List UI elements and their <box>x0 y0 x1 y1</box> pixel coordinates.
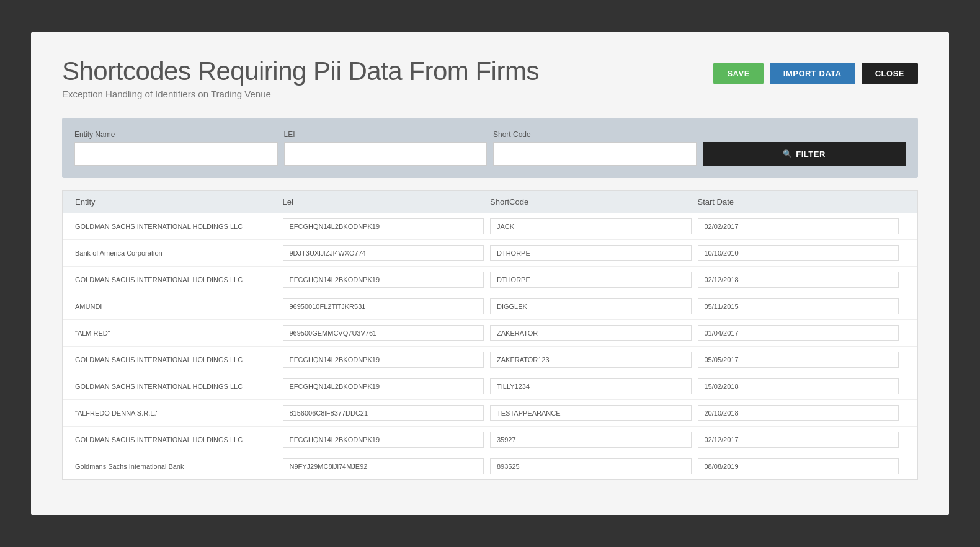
modal-container: Shortcodes Requiring Pii Data From Firms… <box>31 32 949 515</box>
lei-value-input[interactable] <box>283 272 484 288</box>
entity-name-label: Entity Name <box>74 130 278 139</box>
cell-startdate <box>698 245 906 261</box>
lei-value-input[interactable] <box>283 405 484 421</box>
cell-shortcode <box>490 218 698 234</box>
short-code-label: Short Code <box>493 130 697 139</box>
col-entity: Entity <box>75 197 283 207</box>
cell-shortcode <box>490 325 698 341</box>
startdate-value-input[interactable] <box>698 218 899 234</box>
startdate-value-input[interactable] <box>698 272 899 288</box>
cell-lei <box>283 458 491 474</box>
cell-lei <box>283 272 491 288</box>
cell-shortcode <box>490 432 698 448</box>
cell-lei <box>283 218 491 234</box>
cell-shortcode <box>490 352 698 368</box>
filter-button-label: FILTER <box>796 149 826 159</box>
cell-startdate <box>698 352 906 368</box>
startdate-value-input[interactable] <box>698 432 899 448</box>
close-button[interactable]: CLOSE <box>862 63 918 84</box>
shortcode-value-input[interactable] <box>490 272 692 288</box>
cell-startdate <box>698 405 906 421</box>
shortcode-value-input[interactable] <box>490 352 692 368</box>
col-startdate: Start Date <box>698 197 906 207</box>
cell-entity: GOLDMAN SACHS INTERNATIONAL HOLDINGS LLC <box>75 356 283 363</box>
startdate-value-input[interactable] <box>698 458 899 474</box>
cell-lei <box>283 378 491 394</box>
cell-startdate <box>698 432 906 448</box>
cell-startdate <box>698 378 906 394</box>
col-shortcode: ShortCode <box>490 197 698 207</box>
cell-lei <box>283 352 491 368</box>
startdate-value-input[interactable] <box>698 245 899 261</box>
lei-value-input[interactable] <box>283 458 484 474</box>
short-code-input[interactable] <box>493 142 697 166</box>
short-code-field: Short Code <box>493 130 697 166</box>
table-row: "ALM RED" <box>63 320 917 347</box>
lei-value-input[interactable] <box>283 432 484 448</box>
lei-input[interactable] <box>284 142 488 166</box>
table-row: GOLDMAN SACHS INTERNATIONAL HOLDINGS LLC <box>63 427 917 453</box>
cell-shortcode <box>490 272 698 288</box>
header: Shortcodes Requiring Pii Data From Firms… <box>62 56 918 99</box>
cell-entity: Goldmans Sachs International Bank <box>75 463 283 470</box>
shortcode-value-input[interactable] <box>490 405 692 421</box>
table-row: GOLDMAN SACHS INTERNATIONAL HOLDINGS LLC <box>63 347 917 373</box>
lei-value-input[interactable] <box>283 298 484 314</box>
import-data-button[interactable]: IMPORT DATA <box>770 63 855 84</box>
startdate-value-input[interactable] <box>698 325 899 341</box>
entity-name-field: Entity Name <box>74 130 278 166</box>
shortcode-value-input[interactable] <box>490 245 692 261</box>
table-container: Entity Lei ShortCode Start Date GOLDMAN … <box>62 190 918 480</box>
table-row: "ALFREDO DENNA S.R.L." <box>63 400 917 427</box>
lei-value-input[interactable] <box>283 325 484 341</box>
startdate-value-input[interactable] <box>698 352 899 368</box>
search-icon: 🔍 <box>783 149 793 158</box>
cell-startdate <box>698 272 906 288</box>
header-buttons: SAVE IMPORT DATA CLOSE <box>713 63 918 84</box>
startdate-value-input[interactable] <box>698 405 899 421</box>
filter-button[interactable]: 🔍 FILTER <box>703 142 906 166</box>
shortcode-value-input[interactable] <box>490 378 692 394</box>
cell-entity: GOLDMAN SACHS INTERNATIONAL HOLDINGS LLC <box>75 223 283 230</box>
cell-entity: Bank of America Corporation <box>75 249 283 257</box>
entity-name-input[interactable] <box>74 142 278 166</box>
startdate-value-input[interactable] <box>698 298 899 314</box>
cell-startdate <box>698 325 906 341</box>
shortcode-value-input[interactable] <box>490 325 692 341</box>
cell-entity: "ALFREDO DENNA S.R.L." <box>75 409 283 417</box>
cell-startdate <box>698 218 906 234</box>
col-lei: Lei <box>283 197 491 207</box>
cell-shortcode <box>490 378 698 394</box>
lei-value-input[interactable] <box>283 218 484 234</box>
shortcode-value-input[interactable] <box>490 218 692 234</box>
cell-entity: AMUNDI <box>75 303 283 310</box>
cell-shortcode <box>490 405 698 421</box>
page-title: Shortcodes Requiring Pii Data From Firms <box>62 56 539 86</box>
startdate-value-input[interactable] <box>698 378 899 394</box>
table-row: GOLDMAN SACHS INTERNATIONAL HOLDINGS LLC <box>63 213 917 240</box>
shortcode-value-input[interactable] <box>490 458 692 474</box>
cell-entity: "ALM RED" <box>75 329 283 337</box>
shortcode-value-input[interactable] <box>490 298 692 314</box>
shortcode-value-input[interactable] <box>490 432 692 448</box>
cell-startdate <box>698 298 906 314</box>
cell-entity: GOLDMAN SACHS INTERNATIONAL HOLDINGS LLC <box>75 276 283 283</box>
filter-row: Entity Name LEI Short Code 🔍 FILTER <box>74 130 906 166</box>
cell-lei <box>283 405 491 421</box>
save-button[interactable]: SAVE <box>713 63 763 84</box>
page-subtitle: Exception Handling of Identifiers on Tra… <box>62 89 539 99</box>
cell-startdate <box>698 458 906 474</box>
table-row: AMUNDI <box>63 293 917 320</box>
table-row: Bank of America Corporation <box>63 240 917 267</box>
cell-entity: GOLDMAN SACHS INTERNATIONAL HOLDINGS LLC <box>75 436 283 443</box>
filter-section: Entity Name LEI Short Code 🔍 FILTER <box>62 118 918 178</box>
lei-value-input[interactable] <box>283 245 484 261</box>
table-row: GOLDMAN SACHS INTERNATIONAL HOLDINGS LLC <box>63 373 917 400</box>
lei-value-input[interactable] <box>283 378 484 394</box>
cell-lei <box>283 432 491 448</box>
lei-value-input[interactable] <box>283 352 484 368</box>
lei-field: LEI <box>284 130 488 166</box>
filter-button-wrap: 🔍 FILTER <box>703 142 906 166</box>
cell-shortcode <box>490 298 698 314</box>
lei-label: LEI <box>284 130 488 139</box>
